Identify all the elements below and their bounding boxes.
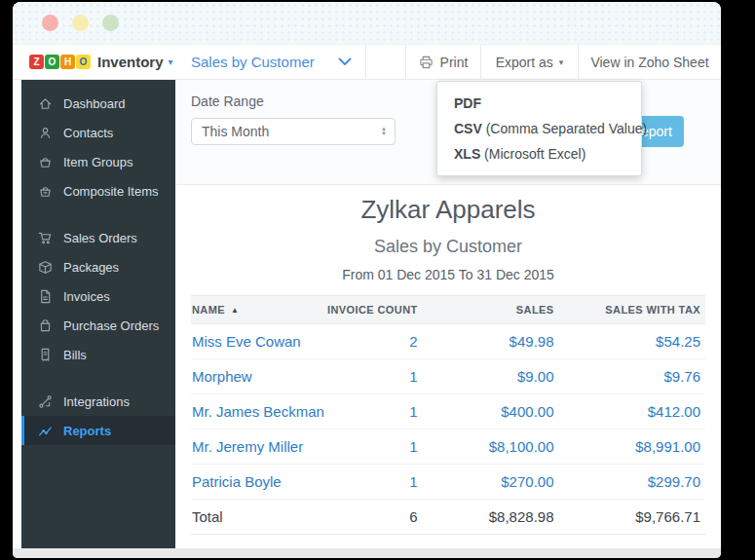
sidebar-item-integrations[interactable]: Integrations xyxy=(21,387,175,416)
header-menu: Print Export as ▾ View in Zoho Sheet xyxy=(405,45,721,79)
export-as-label: Export as xyxy=(496,55,553,70)
total-sales-with-tax: $9,766.71 xyxy=(559,500,706,535)
view-in-zoho-sheet-label: View in Zoho Sheet xyxy=(590,55,708,70)
invoice-count-cell: 1 xyxy=(320,359,423,394)
report-selector-label: Sales by Customer xyxy=(191,54,315,70)
org-switch-caret-icon: ▾ xyxy=(169,56,173,67)
bag-icon xyxy=(38,318,53,333)
table-row: Patricia Boyle 1 $270.00 $299.70 xyxy=(191,465,705,500)
window-bottom-edge xyxy=(13,548,721,558)
sidebar-item-composite-items[interactable]: Composite Items xyxy=(21,176,175,205)
table-row: Mr. Jeremy Miller 1 $8,100.00 $8,991.00 xyxy=(191,429,705,465)
total-sales: $8,828.98 xyxy=(423,500,559,535)
sales-table-wrap: NAME▲ INVOICE COUNT SALES SALES WITH TAX… xyxy=(191,295,705,535)
fullscreen-window-button[interactable] xyxy=(102,15,119,31)
invoice-count-cell: 1 xyxy=(320,394,423,429)
customer-link[interactable]: Mr. Jeremy Miller xyxy=(191,429,320,465)
sales-cell: $8,100.00 xyxy=(423,429,559,465)
column-header-invoice-count[interactable]: INVOICE COUNT xyxy=(320,296,423,324)
browser-window: Z O H O Inventory ▾ Sales by Customer Pr… xyxy=(13,2,721,558)
total-invoice-count: 6 xyxy=(320,500,423,535)
chevron-down-icon xyxy=(338,57,352,66)
sales-cell: $9.00 xyxy=(423,359,559,394)
customer-link[interactable]: Morphew xyxy=(191,359,320,394)
customer-link[interactable]: Mr. James Beckman xyxy=(191,394,320,429)
print-button[interactable]: Print xyxy=(405,45,481,79)
customer-link[interactable]: Miss Eve Cowan xyxy=(191,324,320,359)
sidebar-item-contacts[interactable]: Contacts xyxy=(21,118,175,147)
select-spinner-icon: ▲▼ xyxy=(381,127,387,136)
export-pdf-item[interactable]: PDF xyxy=(437,91,641,116)
invoice-count-cell: 1 xyxy=(320,429,423,465)
report-period: From 01 Dec 2015 To 31 Dec 2015 xyxy=(175,267,721,282)
sales-by-customer-table: NAME▲ INVOICE COUNT SALES SALES WITH TAX… xyxy=(191,295,705,535)
window-titlebar xyxy=(13,2,721,45)
sales-with-tax-cell: $54.25 xyxy=(559,324,706,359)
sales-cell: $49.98 xyxy=(423,324,559,359)
print-label: Print xyxy=(440,55,469,70)
sidebar-item-reports[interactable]: Reports xyxy=(21,416,175,445)
sidebar-item-purchase-orders[interactable]: Purchase Orders xyxy=(21,311,175,340)
minimize-window-button[interactable] xyxy=(72,15,89,31)
customer-link[interactable]: Patricia Boyle xyxy=(191,465,320,500)
total-label: Total xyxy=(191,500,320,535)
sales-with-tax-cell: $9.76 xyxy=(559,359,706,394)
invoice-count-cell: 1 xyxy=(320,465,423,500)
chart-line-icon xyxy=(38,424,53,438)
export-csv-item[interactable]: CSV (Comma Separated Value) xyxy=(437,116,641,141)
app-header: Z O H O Inventory ▾ Sales by Customer Pr… xyxy=(13,45,721,80)
integrations-icon xyxy=(38,394,53,409)
report-company-name: Zylkar Apparels xyxy=(175,195,721,225)
sidebar-item-bills[interactable]: Bills xyxy=(21,340,175,369)
zoho-logo-letter: H xyxy=(60,55,75,69)
column-header-sales[interactable]: SALES xyxy=(423,296,559,324)
sidebar-item-invoices[interactable]: Invoices xyxy=(21,281,175,311)
export-xls-item[interactable]: XLS (Microsoft Excel) xyxy=(437,141,641,167)
invoice-count-cell: 2 xyxy=(320,324,423,359)
report-selector-dropdown[interactable]: Sales by Customer xyxy=(175,45,366,79)
sidebar-item-sales-orders[interactable]: Sales Orders xyxy=(21,223,175,252)
report-area: Zylkar Apparels Sales by Customer From 0… xyxy=(175,185,721,548)
sales-cell: $400.00 xyxy=(423,394,559,429)
table-row: Mr. James Beckman 1 $400.00 $412.00 xyxy=(191,394,705,429)
column-header-name[interactable]: NAME▲ xyxy=(191,296,320,324)
product-name: Inventory xyxy=(97,54,164,70)
home-icon xyxy=(38,96,53,111)
export-as-menu: PDF CSV (Comma Separated Value) XLS (Mic… xyxy=(436,81,642,176)
table-total-row: Total 6 $8,828.98 $9,766.71 xyxy=(191,500,705,535)
sales-with-tax-cell: $299.70 xyxy=(559,465,706,500)
zoho-logo-letter: O xyxy=(45,55,59,69)
date-range-select[interactable]: This Month ▲▼ xyxy=(191,118,396,145)
sidebar-item-dashboard[interactable]: Dashboard xyxy=(21,89,175,118)
view-in-zoho-sheet-button[interactable]: View in Zoho Sheet xyxy=(579,45,721,79)
cart-icon xyxy=(38,231,53,245)
report-title: Sales by Customer xyxy=(175,237,721,257)
zoho-logo-letter: O xyxy=(76,55,91,69)
document-icon xyxy=(38,289,53,304)
close-window-button[interactable] xyxy=(42,15,58,31)
zoho-inventory-logo[interactable]: Z O H O Inventory ▾ xyxy=(13,54,175,70)
zoho-logo-letter: Z xyxy=(29,55,44,69)
printer-icon xyxy=(419,56,434,69)
sales-with-tax-cell: $8,991.00 xyxy=(559,429,706,465)
sort-asc-icon: ▲ xyxy=(231,306,239,315)
export-as-button[interactable]: Export as ▾ xyxy=(481,45,579,79)
sidebar-item-packages[interactable]: Packages xyxy=(21,252,175,281)
date-range-value: This Month xyxy=(202,124,269,139)
table-header-row: NAME▲ INVOICE COUNT SALES SALES WITH TAX xyxy=(191,296,705,324)
person-icon xyxy=(38,126,53,140)
sidebar-item-item-groups[interactable]: Item Groups xyxy=(21,147,175,176)
sales-cell: $270.00 xyxy=(423,465,559,500)
table-row: Miss Eve Cowan 2 $49.98 $54.25 xyxy=(191,324,705,359)
column-header-sales-with-tax[interactable]: SALES WITH TAX xyxy=(559,296,706,324)
sales-with-tax-cell: $412.00 xyxy=(559,394,706,429)
caret-down-icon: ▾ xyxy=(559,57,564,67)
basket-icon xyxy=(38,184,53,199)
table-row: Morphew 1 $9.00 $9.76 xyxy=(191,359,705,394)
basket-icon xyxy=(38,155,53,169)
package-icon xyxy=(38,260,53,275)
receipt-icon xyxy=(38,348,53,362)
sidebar: Dashboard Contacts Item Groups Composite… xyxy=(21,80,175,548)
